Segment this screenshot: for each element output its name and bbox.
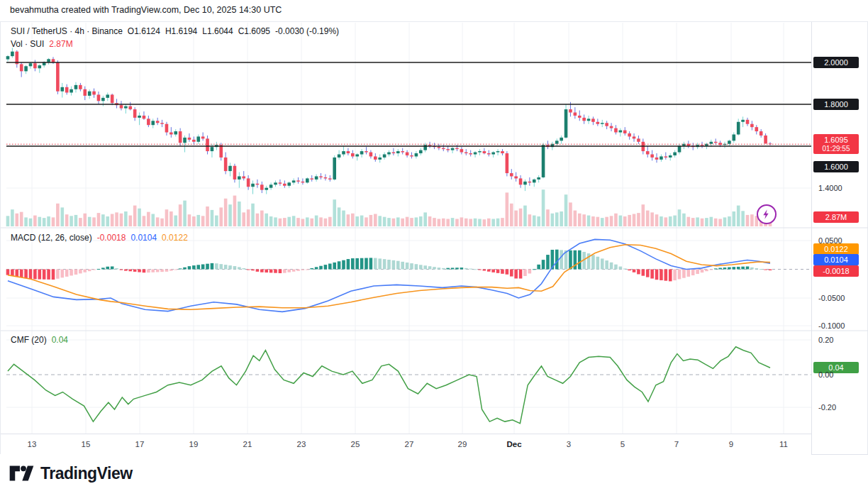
lightning-button[interactable] (757, 204, 777, 224)
axis-price-badge: -0.0018 (813, 265, 859, 277)
volume-label[interactable]: Vol · SUI (11, 39, 44, 49)
tradingview-logo-icon (9, 463, 35, 485)
time-axis-label: 15 (82, 434, 91, 455)
time-axis-label: 9 (729, 434, 733, 455)
macd-signal-value: 0.0122 (162, 233, 188, 243)
time-axis-label: 5 (621, 434, 625, 455)
axis-tick-label: -0.20 (818, 403, 836, 412)
time-axis-label: 11 (779, 434, 788, 455)
macd-legend: MACD (12, 26, close) -0.0018 0.0104 0.01… (11, 233, 188, 243)
volume-legend: Vol · SUI 2.87M (11, 39, 73, 49)
countdown-timer: 01:29:55 (813, 145, 859, 153)
ohlc-low: L1.6044 (202, 26, 233, 36)
time-axis-label: 13 (28, 434, 37, 455)
macd-label[interactable]: MACD (12, 26, close) (11, 233, 92, 243)
axis-price-badge: 2.87M (813, 211, 859, 223)
axis-price-badge: 2.0000 (813, 57, 859, 68)
time-axis[interactable]: 131517192123252729Dec357911 (1, 434, 811, 455)
time-axis-label: 23 (297, 434, 306, 455)
price-axis[interactable]: 2.00001.80001.609501:29:551.60001.40002.… (811, 22, 868, 455)
axis-tick-label: -0.1000 (818, 321, 845, 330)
axis-price-badge: 0.0122 (813, 243, 859, 255)
time-axis-label: 3 (567, 434, 571, 455)
cmf-value: 0.04 (52, 335, 68, 345)
symbol-title[interactable]: SUI / TetherUS · 4h · Binance (11, 26, 123, 36)
attribution-text: bevahmutha created with TradingView.com,… (10, 5, 282, 15)
time-axis-label: 27 (405, 434, 414, 455)
symbol-legend: SUI / TetherUS · 4h · Binance O1.6124 H1… (11, 26, 339, 36)
axis-tick-label: 0.20 (818, 336, 833, 344)
macd-hist-value: -0.0018 (97, 233, 126, 243)
time-axis-label: 7 (674, 434, 679, 455)
time-axis-label: 21 (243, 434, 252, 455)
time-axis-label: 25 (351, 434, 360, 455)
axis-price-badge: 0.0104 (813, 254, 859, 265)
macd-line-value: 0.0104 (130, 233, 157, 243)
footer-branding[interactable]: TradingView (9, 463, 133, 485)
volume-value: 2.87M (49, 39, 72, 49)
ohlc-high: H1.6194 (165, 26, 197, 36)
ohlc-open: O1.6124 (128, 26, 160, 36)
axis-tick-label: 0.00 (818, 370, 833, 379)
price-change: -0.0030 (-0.19%) (275, 26, 339, 36)
cmf-label[interactable]: CMF (20) (11, 335, 47, 345)
axis-price-badge: 1.6000 (813, 161, 859, 172)
axis-price-badge: 1.8000 (813, 99, 859, 110)
chart-frame: SUI / TetherUS · 4h · Binance O1.6124 H1… (0, 21, 868, 454)
tradingview-logo-text: TradingView (40, 464, 133, 483)
time-axis-label: Dec (506, 434, 521, 455)
time-axis-label: 19 (189, 434, 199, 455)
axis-tick-label: -0.0500 (818, 294, 845, 302)
cmf-legend: CMF (20) 0.04 (11, 335, 68, 345)
axis-tick-label: 1.4000 (818, 184, 842, 192)
time-axis-label: 17 (135, 434, 145, 455)
ohlc-close: C1.6095 (238, 26, 270, 36)
axis-price-badge: 1.609501:29:55 (813, 134, 859, 154)
lightning-icon (761, 209, 772, 220)
time-axis-label: 29 (458, 434, 467, 455)
